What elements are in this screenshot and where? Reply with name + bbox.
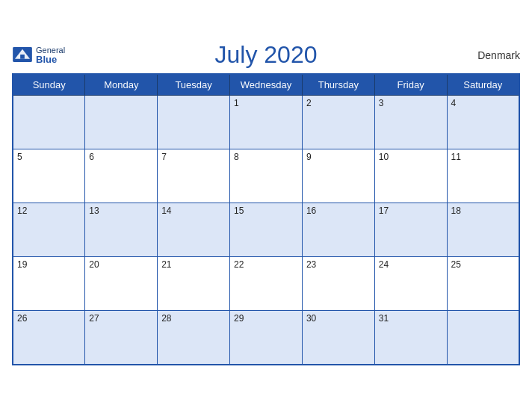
calendar-cell: 29 — [230, 311, 303, 365]
days-header-row: Sunday Monday Tuesday Wednesday Thursday… — [13, 74, 519, 96]
header-sunday: Sunday — [13, 74, 85, 96]
month-title: July 2020 — [215, 41, 318, 69]
calendar-cell: 17 — [374, 203, 447, 257]
calendar-cell: 10 — [374, 149, 447, 203]
day-number: 21 — [161, 259, 171, 270]
day-number: 27 — [89, 313, 99, 324]
header-wednesday: Wednesday — [230, 74, 303, 96]
calendar-cell: 13 — [85, 203, 158, 257]
calendar-week-row: 567891011 — [13, 149, 519, 203]
day-number: 6 — [89, 152, 94, 162]
day-number: 13 — [89, 206, 99, 216]
svg-rect-2 — [20, 55, 25, 59]
day-number: 5 — [17, 152, 22, 162]
day-number: 1 — [234, 98, 239, 108]
day-number: 8 — [234, 152, 239, 162]
calendar-cell: 7 — [158, 149, 230, 203]
calendar-header: General Blue July 2020 Denmark — [12, 41, 520, 69]
header-saturday: Saturday — [447, 74, 519, 96]
calendar-cell: 14 — [158, 203, 230, 257]
calendar-cell: 25 — [447, 257, 519, 311]
day-number: 7 — [161, 152, 167, 162]
header-thursday: Thursday — [302, 74, 374, 96]
calendar-cell: 30 — [302, 311, 374, 365]
day-number: 2 — [306, 98, 312, 108]
day-number: 26 — [17, 313, 27, 324]
day-number: 17 — [379, 206, 389, 216]
day-number: 10 — [379, 152, 389, 162]
calendar-cell: 9 — [302, 149, 374, 203]
calendar-cell: 21 — [158, 257, 230, 311]
calendar: General Blue July 2020 Denmark Sunday Mo… — [0, 34, 532, 377]
calendar-cell: 8 — [230, 149, 303, 203]
calendar-cell: 5 — [13, 149, 85, 203]
day-number: 23 — [306, 259, 316, 270]
day-number: 4 — [451, 98, 457, 108]
day-number: 14 — [161, 206, 171, 216]
calendar-cell: 11 — [447, 149, 519, 203]
header-monday: Monday — [85, 74, 158, 96]
calendar-cell: 3 — [374, 96, 447, 149]
calendar-cell — [447, 311, 519, 365]
calendar-cell: 23 — [302, 257, 374, 311]
calendar-week-row: 12131415161718 — [13, 203, 519, 257]
calendar-cell: 2 — [302, 96, 374, 149]
country-label: Denmark — [477, 49, 520, 61]
day-number: 3 — [379, 98, 384, 108]
day-number: 9 — [306, 152, 312, 162]
calendar-week-row: 262728293031 — [13, 311, 519, 365]
calendar-cell: 1 — [230, 96, 303, 149]
calendar-cell: 18 — [447, 203, 519, 257]
logo-general-text: General — [36, 46, 65, 55]
calendar-cell: 22 — [230, 257, 303, 311]
day-number: 28 — [161, 313, 171, 324]
day-number: 29 — [234, 313, 244, 324]
header-friday: Friday — [374, 74, 447, 96]
calendar-cell: 24 — [374, 257, 447, 311]
calendar-cell: 28 — [158, 311, 230, 365]
calendar-cell — [85, 96, 158, 149]
day-number: 11 — [451, 152, 461, 162]
calendar-cell: 19 — [13, 257, 85, 311]
calendar-cell: 26 — [13, 311, 85, 365]
calendar-cell: 12 — [13, 203, 85, 257]
calendar-week-row: 1234 — [13, 96, 519, 149]
calendar-table: Sunday Monday Tuesday Wednesday Thursday… — [12, 73, 520, 365]
calendar-cell: 31 — [374, 311, 447, 365]
calendar-cell — [158, 96, 230, 149]
calendar-cell: 27 — [85, 311, 158, 365]
day-number: 24 — [379, 259, 389, 270]
day-number: 20 — [89, 259, 99, 270]
calendar-cell: 6 — [85, 149, 158, 203]
calendar-cell: 4 — [447, 96, 519, 149]
calendar-week-row: 19202122232425 — [13, 257, 519, 311]
day-number: 15 — [234, 206, 244, 216]
header-tuesday: Tuesday — [158, 74, 230, 96]
calendar-cell: 20 — [85, 257, 158, 311]
day-number: 25 — [451, 259, 461, 270]
day-number: 12 — [17, 206, 27, 216]
day-number: 31 — [379, 313, 389, 324]
calendar-cell — [13, 96, 85, 149]
logo-blue-text: Blue — [36, 55, 65, 65]
logo-area: General Blue — [12, 46, 65, 65]
day-number: 18 — [451, 206, 461, 216]
logo-icon — [12, 47, 33, 62]
day-number: 16 — [306, 206, 316, 216]
day-number: 22 — [234, 259, 244, 270]
day-number: 19 — [17, 259, 27, 270]
calendar-cell: 15 — [230, 203, 303, 257]
day-number: 30 — [306, 313, 316, 324]
calendar-cell: 16 — [302, 203, 374, 257]
